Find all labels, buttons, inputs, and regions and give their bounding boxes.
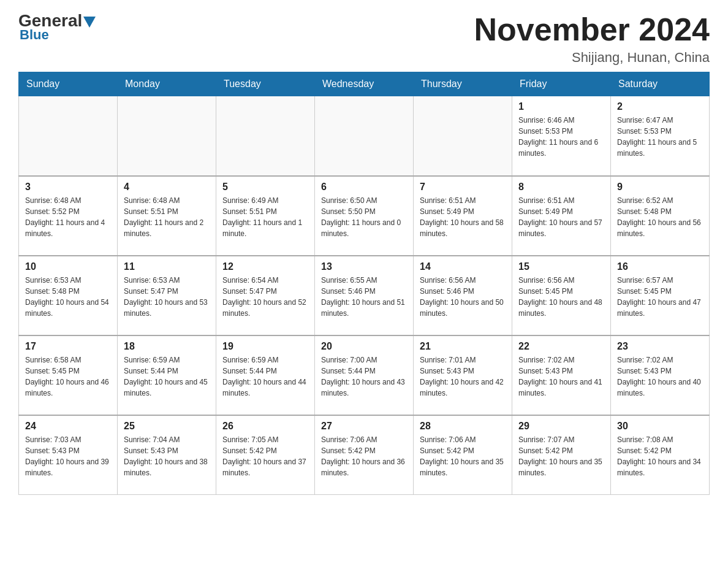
- day-number: 24: [25, 421, 111, 432]
- day-info: Sunrise: 6:53 AMSunset: 5:48 PMDaylight:…: [25, 275, 111, 319]
- day-number: 25: [124, 421, 210, 432]
- day-info: Sunrise: 6:56 AMSunset: 5:46 PMDaylight:…: [420, 275, 506, 319]
- day-info: Sunrise: 6:55 AMSunset: 5:46 PMDaylight:…: [321, 275, 407, 319]
- day-cell: 10Sunrise: 6:53 AMSunset: 5:48 PMDayligh…: [19, 256, 118, 335]
- day-cell: 23Sunrise: 7:02 AMSunset: 5:43 PMDayligh…: [611, 335, 710, 415]
- weekday-header-sunday: Sunday: [19, 72, 118, 96]
- day-number: 19: [222, 341, 308, 352]
- day-number: 29: [518, 421, 604, 432]
- day-cell: 27Sunrise: 7:06 AMSunset: 5:42 PMDayligh…: [315, 415, 414, 495]
- title-area: November 2024 Shijiang, Hunan, China: [474, 12, 710, 66]
- day-info: Sunrise: 6:56 AMSunset: 5:45 PMDaylight:…: [518, 275, 604, 319]
- day-info: Sunrise: 6:59 AMSunset: 5:44 PMDaylight:…: [222, 354, 308, 399]
- day-cell: 30Sunrise: 7:08 AMSunset: 5:42 PMDayligh…: [611, 415, 710, 495]
- day-cell: 22Sunrise: 7:02 AMSunset: 5:43 PMDayligh…: [512, 335, 611, 415]
- day-info: Sunrise: 6:53 AMSunset: 5:47 PMDaylight:…: [124, 275, 210, 319]
- day-cell: 28Sunrise: 7:06 AMSunset: 5:42 PMDayligh…: [414, 415, 512, 495]
- day-number: 1: [518, 101, 604, 112]
- day-number: 3: [25, 182, 111, 193]
- day-info: Sunrise: 6:58 AMSunset: 5:45 PMDaylight:…: [25, 354, 111, 399]
- day-number: 15: [518, 261, 604, 272]
- day-number: 8: [518, 182, 604, 193]
- weekday-header-thursday: Thursday: [414, 72, 512, 96]
- day-number: 2: [617, 101, 703, 112]
- day-cell: [216, 96, 315, 176]
- day-number: 28: [420, 421, 506, 432]
- day-info: Sunrise: 6:46 AMSunset: 5:53 PMDaylight:…: [518, 115, 604, 159]
- day-info: Sunrise: 6:52 AMSunset: 5:48 PMDaylight:…: [617, 195, 703, 239]
- day-number: 6: [321, 182, 407, 193]
- day-info: Sunrise: 7:06 AMSunset: 5:42 PMDaylight:…: [321, 434, 407, 478]
- day-cell: 7Sunrise: 6:51 AMSunset: 5:49 PMDaylight…: [414, 176, 512, 256]
- logo: General Blue: [18, 12, 96, 43]
- day-number: 14: [420, 261, 506, 272]
- day-info: Sunrise: 6:49 AMSunset: 5:51 PMDaylight:…: [222, 195, 308, 239]
- day-cell: 13Sunrise: 6:55 AMSunset: 5:46 PMDayligh…: [315, 256, 414, 335]
- logo-triangle-icon: [83, 17, 96, 28]
- day-number: 23: [617, 341, 703, 352]
- week-row-2: 3Sunrise: 6:48 AMSunset: 5:52 PMDaylight…: [19, 176, 710, 256]
- day-cell: 14Sunrise: 6:56 AMSunset: 5:46 PMDayligh…: [414, 256, 512, 335]
- day-cell: [315, 96, 414, 176]
- day-number: 27: [321, 421, 407, 432]
- day-info: Sunrise: 6:54 AMSunset: 5:47 PMDaylight:…: [222, 275, 308, 319]
- page-header: General Blue November 2024 Shijiang, Hun…: [18, 12, 710, 66]
- day-cell: 6Sunrise: 6:50 AMSunset: 5:50 PMDaylight…: [315, 176, 414, 256]
- weekday-header-row: SundayMondayTuesdayWednesdayThursdayFrid…: [19, 72, 710, 96]
- day-number: 20: [321, 341, 407, 352]
- day-number: 16: [617, 261, 703, 272]
- weekday-header-saturday: Saturday: [611, 72, 710, 96]
- calendar-title: November 2024: [474, 12, 710, 47]
- day-info: Sunrise: 7:06 AMSunset: 5:42 PMDaylight:…: [420, 434, 506, 478]
- day-cell: [414, 96, 512, 176]
- day-info: Sunrise: 6:50 AMSunset: 5:50 PMDaylight:…: [321, 195, 407, 239]
- day-cell: 29Sunrise: 7:07 AMSunset: 5:42 PMDayligh…: [512, 415, 611, 495]
- day-info: Sunrise: 6:48 AMSunset: 5:51 PMDaylight:…: [124, 195, 210, 239]
- day-cell: 4Sunrise: 6:48 AMSunset: 5:51 PMDaylight…: [118, 176, 216, 256]
- day-number: 21: [420, 341, 506, 352]
- day-info: Sunrise: 6:59 AMSunset: 5:44 PMDaylight:…: [124, 354, 210, 399]
- weekday-header-tuesday: Tuesday: [216, 72, 315, 96]
- day-cell: 18Sunrise: 6:59 AMSunset: 5:44 PMDayligh…: [118, 335, 216, 415]
- day-info: Sunrise: 7:00 AMSunset: 5:44 PMDaylight:…: [321, 354, 407, 399]
- day-info: Sunrise: 7:02 AMSunset: 5:43 PMDaylight:…: [617, 354, 703, 399]
- logo-blue-label: Blue: [18, 27, 49, 43]
- week-row-1: 1Sunrise: 6:46 AMSunset: 5:53 PMDaylight…: [19, 96, 710, 176]
- day-cell: 3Sunrise: 6:48 AMSunset: 5:52 PMDaylight…: [19, 176, 118, 256]
- day-info: Sunrise: 7:02 AMSunset: 5:43 PMDaylight:…: [518, 354, 604, 399]
- day-cell: 1Sunrise: 6:46 AMSunset: 5:53 PMDaylight…: [512, 96, 611, 176]
- weekday-header-wednesday: Wednesday: [315, 72, 414, 96]
- weekday-header-monday: Monday: [118, 72, 216, 96]
- day-number: 4: [124, 182, 210, 193]
- day-info: Sunrise: 7:08 AMSunset: 5:42 PMDaylight:…: [617, 434, 703, 478]
- day-number: 9: [617, 182, 703, 193]
- week-row-3: 10Sunrise: 6:53 AMSunset: 5:48 PMDayligh…: [19, 256, 710, 335]
- day-number: 13: [321, 261, 407, 272]
- week-row-4: 17Sunrise: 6:58 AMSunset: 5:45 PMDayligh…: [19, 335, 710, 415]
- day-number: 5: [222, 182, 308, 193]
- calendar-subtitle: Shijiang, Hunan, China: [474, 50, 710, 66]
- weekday-header-friday: Friday: [512, 72, 611, 96]
- day-info: Sunrise: 6:47 AMSunset: 5:53 PMDaylight:…: [617, 115, 703, 159]
- day-info: Sunrise: 6:57 AMSunset: 5:45 PMDaylight:…: [617, 275, 703, 319]
- day-cell: [118, 96, 216, 176]
- day-number: 12: [222, 261, 308, 272]
- day-number: 10: [25, 261, 111, 272]
- day-cell: 21Sunrise: 7:01 AMSunset: 5:43 PMDayligh…: [414, 335, 512, 415]
- day-info: Sunrise: 6:51 AMSunset: 5:49 PMDaylight:…: [420, 195, 506, 239]
- day-cell: 20Sunrise: 7:00 AMSunset: 5:44 PMDayligh…: [315, 335, 414, 415]
- day-number: 7: [420, 182, 506, 193]
- day-info: Sunrise: 7:01 AMSunset: 5:43 PMDaylight:…: [420, 354, 506, 399]
- day-cell: 5Sunrise: 6:49 AMSunset: 5:51 PMDaylight…: [216, 176, 315, 256]
- day-cell: 12Sunrise: 6:54 AMSunset: 5:47 PMDayligh…: [216, 256, 315, 335]
- calendar-table: SundayMondayTuesdayWednesdayThursdayFrid…: [18, 72, 710, 495]
- day-cell: 26Sunrise: 7:05 AMSunset: 5:42 PMDayligh…: [216, 415, 315, 495]
- day-cell: 2Sunrise: 6:47 AMSunset: 5:53 PMDaylight…: [611, 96, 710, 176]
- day-cell: 11Sunrise: 6:53 AMSunset: 5:47 PMDayligh…: [118, 256, 216, 335]
- day-number: 17: [25, 341, 111, 352]
- day-cell: 9Sunrise: 6:52 AMSunset: 5:48 PMDaylight…: [611, 176, 710, 256]
- day-info: Sunrise: 7:04 AMSunset: 5:43 PMDaylight:…: [124, 434, 210, 478]
- day-cell: 25Sunrise: 7:04 AMSunset: 5:43 PMDayligh…: [118, 415, 216, 495]
- day-cell: 19Sunrise: 6:59 AMSunset: 5:44 PMDayligh…: [216, 335, 315, 415]
- day-number: 22: [518, 341, 604, 352]
